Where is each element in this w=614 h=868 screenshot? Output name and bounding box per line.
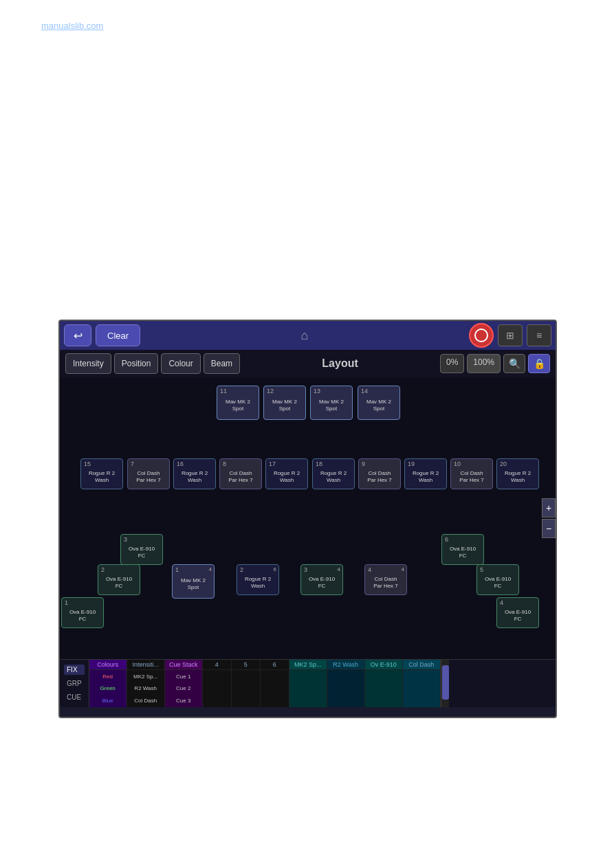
col-4-content	[203, 670, 231, 707]
intensiti-cell-2[interactable]: R2 Wash	[129, 685, 163, 692]
clear-button[interactable]: Clear	[96, 324, 140, 346]
lock-button[interactable]: 🔒	[528, 354, 550, 373]
fixture-number: 11	[220, 388, 227, 394]
ove910-cell-1[interactable]	[366, 676, 401, 678]
fixture-node[interactable]: 1 Ova E-910FC	[61, 597, 104, 628]
scrollbar-thumb[interactable]	[442, 665, 449, 700]
col5-cell-3[interactable]	[233, 700, 259, 701]
fixture-number: 20	[500, 460, 507, 467]
ove910-cell-3[interactable]	[366, 700, 401, 701]
zoom-100-button[interactable]: 100%	[467, 354, 501, 373]
col-ove910-content	[365, 670, 402, 707]
intensity-button[interactable]: Intensity	[65, 353, 111, 374]
colour-blue[interactable]: Blue	[91, 697, 125, 704]
fixture-number: 4	[500, 599, 503, 606]
col-colours-content: Red Green Blue	[89, 670, 127, 707]
fixture-node[interactable]: 13 Mav MK 2Spot	[310, 386, 353, 420]
fixture-node[interactable]: 20 Rogue R 2Wash	[496, 458, 539, 489]
page-container: manualslib.com ↩ Clear ⌂ ⊞ ≡ Intensity P…	[0, 0, 614, 868]
r2wash-cell-3[interactable]	[329, 700, 363, 701]
menu-button[interactable]: ≡	[527, 324, 551, 346]
fixture-node[interactable]: 5 Ova E-910FC	[476, 564, 519, 595]
position-button[interactable]: Position	[114, 353, 159, 374]
coldash-cell-1[interactable]	[404, 676, 439, 678]
fixture-name: Mav MK 2Spot	[181, 577, 206, 590]
coldash-cell-3[interactable]	[404, 700, 439, 701]
col6-cell-2[interactable]	[262, 688, 287, 689]
fixture-number: 1	[175, 566, 179, 573]
col-ove910-header: Ov E-910	[365, 660, 402, 670]
zoom-in-button[interactable]: +	[542, 498, 556, 518]
col-6-header: 6	[261, 660, 289, 670]
fixture-node[interactable]: 3 4 Ova E-910FC	[300, 564, 343, 595]
bottom-col-mk2sp: MK2 Sp...	[289, 660, 327, 707]
fixture-node[interactable]: 16 Rogue R 2Wash	[173, 458, 216, 489]
fixture-number: 4	[368, 566, 371, 573]
zoom-icon-button[interactable]: 🔍	[503, 354, 525, 373]
fixture-node[interactable]: 17 Rogue R 2Wash	[265, 458, 308, 489]
mk2sp-cell-2[interactable]	[291, 688, 325, 689]
fixture-node[interactable]: 7 Col DashPar Hex 7	[127, 458, 170, 489]
fixture-name: Rogue R 2Wash	[182, 470, 208, 483]
cue-3[interactable]: Cue 3	[166, 697, 201, 704]
fixture-node[interactable]: 4 Ova E-910FC	[496, 597, 539, 628]
fixture-number: 3	[124, 536, 127, 543]
col5-cell-2[interactable]	[233, 688, 259, 689]
intensiti-cell-1[interactable]: MK2 Sp...	[129, 673, 163, 680]
fixture-node[interactable]: 19 Rogue R 2Wash	[404, 458, 447, 489]
grp-tab[interactable]: GRP	[64, 678, 85, 689]
ove910-cell-2[interactable]	[366, 688, 401, 689]
fixture-node[interactable]: 9 Col DashPar Hex 7	[358, 458, 401, 489]
fixture-node[interactable]: 2 6 Rogue R 2Wash	[237, 564, 279, 595]
record-button[interactable]	[469, 323, 494, 348]
fixture-node[interactable]: 4 4 Col DashPar Hex 7	[364, 564, 407, 595]
col4-cell-3[interactable]	[204, 700, 230, 701]
colour-green[interactable]: Green	[91, 685, 125, 692]
beam-button[interactable]: Beam	[204, 353, 240, 374]
col4-cell-1[interactable]	[204, 676, 230, 678]
fixture-number: 1	[65, 599, 68, 606]
fixture-node[interactable]: 6 Ova E-910FC	[441, 534, 484, 565]
colour-button[interactable]: Colour	[161, 353, 200, 374]
mk2sp-cell-3[interactable]	[291, 700, 325, 701]
home-button[interactable]: ⌂	[292, 324, 317, 346]
mk2sp-cell-1[interactable]	[291, 676, 325, 678]
cue-tab[interactable]: CUE	[64, 692, 85, 702]
col-intensiti-content: MK2 Sp... R2 Wash Col Dash	[127, 670, 164, 707]
coldash-cell-2[interactable]	[404, 688, 439, 689]
zoom-out-button[interactable]: −	[542, 519, 556, 538]
fixture-number: 5	[480, 566, 483, 573]
intensiti-cell-3[interactable]: Col Dash	[129, 697, 163, 704]
fixture-node[interactable]: 1 4 Mav MK 2Spot	[172, 564, 215, 599]
col5-cell-1[interactable]	[233, 676, 259, 678]
bottom-col-r2wash: R2 Wash	[327, 660, 365, 707]
fixture-node[interactable]: 14 Mav MK 2Spot	[358, 386, 400, 420]
r2wash-cell-2[interactable]	[329, 688, 363, 689]
fixture-number: 3	[304, 566, 307, 573]
col6-cell-1[interactable]	[262, 676, 287, 678]
fixture-node[interactable]: 8 Col DashPar Hex 7	[219, 458, 262, 489]
fixture-node[interactable]: 10 Col DashPar Hex 7	[450, 458, 493, 489]
zoom-0-button[interactable]: 0%	[440, 354, 464, 373]
r2wash-cell-1[interactable]	[329, 676, 363, 678]
fixture-node[interactable]: 15 Rogue R 2Wash	[80, 458, 123, 489]
fixture-node[interactable]: 12 Mav MK 2Spot	[263, 386, 306, 420]
fixture-node[interactable]: 11 Mav MK 2Spot	[217, 386, 259, 420]
fixture-node[interactable]: 3 Ova E-910FC	[120, 534, 163, 565]
col-5-content	[232, 670, 260, 707]
cue-1[interactable]: Cue 1	[166, 673, 201, 680]
bottom-col-colours: Colours Red Green Blue	[89, 660, 127, 707]
grid-button[interactable]: ⊞	[498, 324, 523, 346]
scrollbar[interactable]	[441, 660, 449, 707]
col4-cell-2[interactable]	[204, 688, 230, 689]
colour-red[interactable]: Red	[91, 673, 125, 680]
back-button[interactable]: ↩	[64, 324, 91, 346]
fixture-node[interactable]: 2 Ova E-910FC	[98, 564, 140, 595]
col6-cell-3[interactable]	[262, 700, 287, 701]
fixture-node[interactable]: 18 Rogue R 2Wash	[312, 458, 355, 489]
fixture-number: 13	[314, 388, 320, 394]
cue-2[interactable]: Cue 2	[166, 685, 201, 692]
col-r2wash-content	[327, 670, 364, 707]
fix-tab[interactable]: FIX	[64, 665, 85, 675]
grid-icon: ⊞	[506, 330, 514, 341]
